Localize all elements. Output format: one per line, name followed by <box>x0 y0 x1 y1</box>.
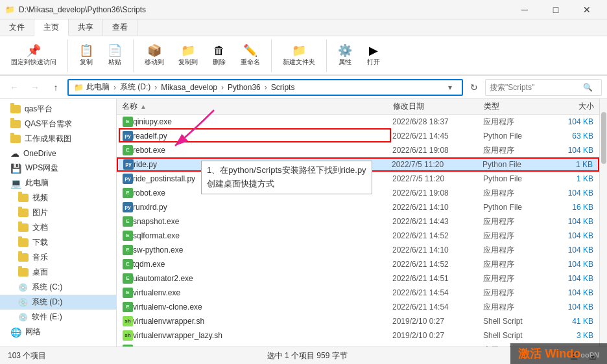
status-total: 103 个项目 <box>8 350 46 361</box>
sidebar-item-onedrive[interactable]: ☁ OneDrive <box>0 146 116 161</box>
table-row[interactable]: E sw-python.exe 2022/6/21 14:10 应用程序 104… <box>117 243 599 257</box>
table-row[interactable]: E snapshot.exe 2022/6/21 14:43 应用程序 104 … <box>117 214 599 229</box>
sidebar-item-network[interactable]: 🌐 网络 <box>0 324 116 339</box>
new-folder-button[interactable]: 📁 新建文件夹 <box>277 41 321 70</box>
file-name: sqlformat.exe <box>133 231 180 240</box>
exe-icon: E <box>123 259 133 269</box>
title-bar: 📁 D:\Mikasa_develop\Python36\Scripts ─ □… <box>0 0 607 19</box>
breadcrumb-python36[interactable]: Python36 <box>228 83 261 92</box>
breadcrumb-drive[interactable]: 系统 (D:) <box>120 82 150 93</box>
sidebar-item-qas-demand[interactable]: QAS平台需求 <box>0 117 116 131</box>
breadcrumb-mikasa[interactable]: Mikasa_develop <box>161 83 217 92</box>
sidebar-item-pictures[interactable]: 图片 <box>0 205 116 220</box>
file-name-cell: E sqlformat.exe <box>123 231 392 241</box>
py-icon: py <box>123 159 134 170</box>
col-type-header[interactable]: 类型 <box>484 101 549 112</box>
col-size-header[interactable]: 大小 <box>549 101 594 112</box>
py-icon: py <box>123 131 133 141</box>
table-row[interactable]: sh virtualenvwrapper.sh 2019/2/10 0:27 S… <box>117 314 599 328</box>
sidebar-item-work-screenshots[interactable]: 工作成果截图 <box>0 131 116 146</box>
search-bar[interactable]: 🔍 <box>485 79 602 96</box>
sidebar-item-qas[interactable]: qas平台 <box>0 102 116 117</box>
folder-icon <box>18 253 29 262</box>
search-icon[interactable]: 🔍 <box>583 83 593 92</box>
refresh-button[interactable]: ↻ <box>466 79 482 96</box>
file-type: 应用程序 <box>483 273 548 284</box>
file-name: snapshot.exe <box>133 217 179 226</box>
sidebar-item-drive-e[interactable]: 💿 软件 (E:) <box>0 310 116 324</box>
pin-icon: 📌 <box>27 45 41 56</box>
copy-to-button[interactable]: 📁 复制到 <box>173 41 204 70</box>
annotation-line2: 创建桌面快捷方式 <box>207 179 274 188</box>
search-input[interactable] <box>490 83 580 92</box>
table-row[interactable]: py readelf.py 2022/6/21 14:45 Python Fil… <box>117 129 599 143</box>
table-row[interactable]: E uiautomator2.exe 2022/6/21 14:51 应用程序 … <box>117 271 599 286</box>
tab-share[interactable]: 共享 <box>69 19 103 36</box>
back-button[interactable]: ← <box>5 78 23 97</box>
file-date: 2022/6/21 14:45 <box>392 131 483 141</box>
sidebar-item-videos[interactable]: 视频 <box>0 190 116 205</box>
table-row[interactable]: E tqdm.exe 2022/6/21 14:52 应用程序 104 KB <box>117 257 599 271</box>
sidebar-item-drive-d[interactable]: 💿 系统 (D:) <box>0 295 116 310</box>
table-row[interactable]: E virtualenv.exe 2022/6/21 14:54 应用程序 10… <box>117 286 599 300</box>
folder-icon <box>18 209 29 217</box>
exe-icon: E <box>123 288 133 298</box>
file-name-cell: E rebot.exe <box>123 145 392 155</box>
file-size: 104 KB <box>548 260 593 269</box>
open-button[interactable]: ▶ 打开 <box>361 41 387 70</box>
sidebar-item-computer[interactable]: 💻 此电脑 <box>0 176 116 190</box>
col-date-header[interactable]: 修改日期 <box>393 101 484 112</box>
sidebar-item-wps[interactable]: 💾 WPS网盘 <box>0 161 116 176</box>
folder-icon <box>18 268 29 277</box>
file-type: Python File <box>483 203 548 212</box>
sidebar-item-music[interactable]: 音乐 <box>0 250 116 265</box>
col-name-header[interactable]: 名称 ▲ <box>122 101 393 112</box>
copy-button[interactable]: 📋 复制 <box>73 41 99 70</box>
forward-button[interactable]: → <box>26 78 44 97</box>
properties-button[interactable]: ⚙️ 属性 <box>332 41 358 70</box>
sidebar-item-downloads[interactable]: 下载 <box>0 235 116 250</box>
scrollbar-vertical[interactable] <box>599 99 607 347</box>
file-date: 2022/7/5 11:20 <box>392 160 482 169</box>
folder-icon <box>10 120 21 128</box>
table-row[interactable]: E virtualenv-clone.exe 2022/6/21 14:54 应… <box>117 300 599 314</box>
paste-button[interactable]: 📄 粘贴 <box>102 41 128 70</box>
maximize-button[interactable]: □ <box>541 0 571 19</box>
sidebar-item-label: 音乐 <box>32 252 48 263</box>
tab-home[interactable]: 主页 <box>34 19 69 36</box>
tab-view[interactable]: 查看 <box>103 19 137 36</box>
drive-icon: 💿 <box>18 313 28 322</box>
window-icon: 📁 <box>5 5 15 14</box>
table-row[interactable]: sh virtualenvwrapper_lazy.sh 2019/2/10 0… <box>117 328 599 343</box>
delete-button[interactable]: 🗑 删除 <box>206 41 232 70</box>
address-bar[interactable]: 📁 此电脑 › 系统 (D:) › Mikasa_develop › Pytho… <box>67 79 463 96</box>
file-size: 104 KB <box>548 288 593 297</box>
address-dropdown-button[interactable]: ▾ <box>444 80 457 95</box>
table-row[interactable]: E qiniupy.exe 2022/6/28 18:37 应用程序 104 K… <box>117 115 599 129</box>
sidebar-item-desktop[interactable]: 桌面 <box>0 265 116 280</box>
folder-icon <box>18 194 29 202</box>
table-row[interactable]: py runxlrd.py 2022/6/21 14:10 Python Fil… <box>117 200 599 214</box>
file-size: 1 KB <box>547 160 593 169</box>
breadcrumb-computer[interactable]: 此电脑 <box>86 82 110 93</box>
file-name: tqdm.exe <box>133 260 165 269</box>
minimize-button[interactable]: ─ <box>510 0 540 19</box>
breadcrumb-scripts[interactable]: Scripts <box>271 83 295 92</box>
pin-quick-access-button[interactable]: 📌 固定到快速访问 <box>5 41 62 70</box>
move-button[interactable]: 📦 移动到 <box>139 41 170 70</box>
exe-icon: E <box>123 302 133 312</box>
file-date: 2022/6/21 14:10 <box>392 203 483 212</box>
rename-button[interactable]: ✏️ 重命名 <box>235 41 266 70</box>
close-button[interactable]: ✕ <box>572 0 602 19</box>
exe-icon: E <box>123 117 133 127</box>
table-row[interactable]: E sqlformat.exe 2022/6/21 14:52 应用程序 104… <box>117 229 599 243</box>
file-size: 16 KB <box>548 203 593 212</box>
sidebar-item-drive-c[interactable]: 💿 系统 (C:) <box>0 280 116 295</box>
drive-icon: 💿 <box>18 283 28 292</box>
sidebar-item-documents[interactable]: 文档 <box>0 220 116 235</box>
table-row[interactable]: E rebot.exe 2022/6/21 19:08 应用程序 104 KB <box>117 143 599 157</box>
drive-icon: 💿 <box>18 298 28 307</box>
up-button[interactable]: ↑ <box>47 78 65 97</box>
scrollbar-thumb[interactable] <box>601 112 606 164</box>
tab-file[interactable]: 文件 <box>0 19 34 36</box>
